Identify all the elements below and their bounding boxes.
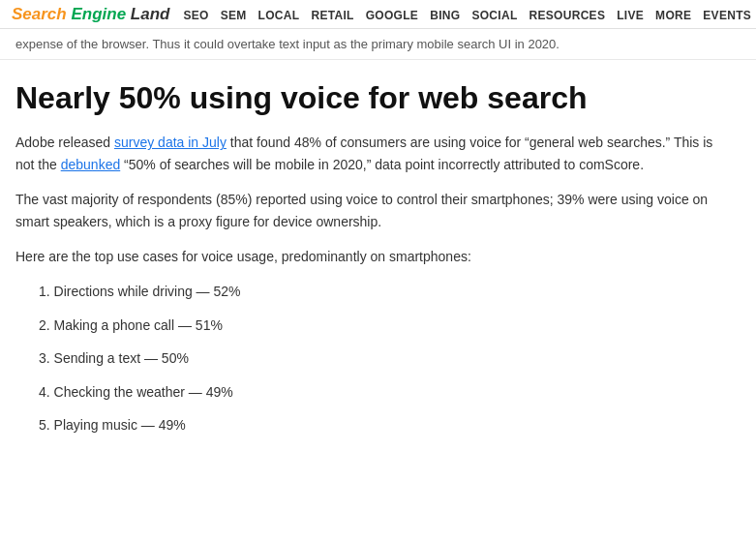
- site-logo[interactable]: Search Engine Land: [12, 6, 169, 22]
- nav-item-social: SOCIAL: [471, 7, 517, 22]
- nav-item-local: LOCAL: [258, 7, 300, 22]
- nav-link-events[interactable]: EVENTS: [703, 9, 751, 22]
- use-cases-list: 1. Directions while driving — 52%2. Maki…: [35, 281, 720, 436]
- survey-link[interactable]: survey data in July: [114, 135, 227, 150]
- nav-item-sem: SEM: [221, 7, 247, 22]
- paragraph-1-post: “50% of searches will be mobile in 2020,…: [120, 157, 644, 172]
- use-case-item-2: 2. Making a phone call — 51%: [35, 315, 720, 336]
- nav-item-resources: RESOURCES: [529, 7, 606, 22]
- nav-link-sem[interactable]: SEM: [221, 9, 247, 22]
- nav-link-more[interactable]: MORE: [655, 9, 691, 22]
- use-case-item-3: 3. Sending a text — 50%: [35, 347, 720, 369]
- nav-item-bing: BING: [430, 7, 460, 22]
- nav-item-events: EVENTS: [703, 7, 751, 22]
- logo-land: Land: [131, 5, 170, 23]
- article-title: Nearly 50% using voice for web search: [15, 79, 720, 116]
- nav-item-more: MORE: [655, 7, 691, 22]
- nav-item-seo: SEO: [183, 7, 208, 22]
- use-case-item-5: 5. Playing music — 49%: [35, 414, 720, 436]
- nav-link-seo[interactable]: SEO: [183, 9, 208, 22]
- nav-link-retail[interactable]: RETAIL: [311, 9, 353, 22]
- article-content: Nearly 50% using voice for web search Ad…: [0, 60, 736, 466]
- paragraph-1: Adobe released survey data in July that …: [15, 132, 720, 175]
- nav-link-live[interactable]: LIVE: [617, 9, 644, 22]
- paragraph-2: The vast majority of respondents (85%) r…: [15, 189, 720, 232]
- article-body: Adobe released survey data in July that …: [15, 132, 720, 436]
- paragraph-3: Here are the top use cases for voice usa…: [15, 246, 720, 267]
- teaser-text: expense of the browser. Thus it could ov…: [0, 29, 756, 60]
- debunked-link[interactable]: debunked: [61, 157, 121, 172]
- nav-link-resources[interactable]: RESOURCES: [529, 9, 606, 22]
- nav-link-local[interactable]: LOCAL: [258, 9, 300, 22]
- nav-link-bing[interactable]: BING: [430, 9, 460, 22]
- nav-links: SEOSEMLOCALRETAILGOOGLEBINGSOCIALRESOURC…: [183, 7, 751, 22]
- navigation: Search Engine Land SEOSEMLOCALRETAILGOOG…: [0, 0, 756, 29]
- logo-engine: Engine: [71, 5, 126, 23]
- logo-search: Search: [12, 5, 67, 23]
- nav-link-social[interactable]: SOCIAL: [471, 9, 517, 22]
- nav-item-live: LIVE: [617, 7, 644, 22]
- nav-item-retail: RETAIL: [311, 7, 353, 22]
- use-case-item-1: 1. Directions while driving — 52%: [35, 281, 720, 302]
- use-case-item-4: 4. Checking the weather — 49%: [35, 381, 720, 403]
- nav-item-google: GOOGLE: [366, 7, 418, 22]
- paragraph-1-pre: Adobe released: [15, 135, 114, 150]
- nav-link-google[interactable]: GOOGLE: [366, 9, 418, 22]
